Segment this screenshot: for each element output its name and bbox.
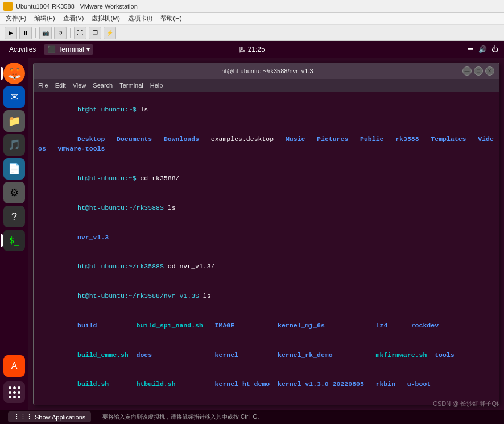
ubuntu-dock: 🦊 ✉ 📁 🎵 📄 ⚙ ? $_ bbox=[0, 58, 28, 410]
toolbar-play[interactable]: ▶ bbox=[5, 27, 17, 39]
apps-grid-icon bbox=[9, 386, 20, 398]
activities-button[interactable]: Activities bbox=[6, 44, 39, 55]
terminal-maximize-btn[interactable]: □ bbox=[474, 66, 483, 76]
terminal-line-8: build build_spi_nand.sh IMAGE kernel_mj_… bbox=[38, 311, 494, 340]
vmware-menubar: 文件(F) 编辑(E) 查看(V) 虚拟机(M) 选项卡(I) 帮助(H) bbox=[0, 13, 504, 25]
menu-view[interactable]: 查看(V) bbox=[60, 13, 88, 24]
bottom-bar: ⋮⋮⋮ Show Applications 要将输入定向到该虚拟机，请将鼠标指针… bbox=[0, 410, 504, 424]
sidebar-icon-firefox[interactable]: 🦊 bbox=[3, 63, 25, 84]
terminal-menu-view[interactable]: View bbox=[73, 82, 86, 89]
sidebar-icon-files[interactable]: 📁 bbox=[3, 110, 25, 132]
toolbar-usb[interactable]: ⚡ bbox=[104, 27, 116, 39]
volume-icon[interactable]: 🔊 bbox=[478, 45, 487, 53]
terminal-menu-button[interactable]: ⬛ Terminal ▾ bbox=[44, 44, 93, 55]
vmware-toolbar: ▶ ⏸ 📷 ↺ ⛶ ❐ ⚡ bbox=[0, 25, 504, 41]
menu-vm[interactable]: 虚拟机(M) bbox=[88, 13, 123, 24]
toolbar-unity[interactable]: ❐ bbox=[89, 27, 101, 39]
ubuntu-topbar: Activities ⬛ Terminal ▾ 四 21:25 ⛿ 🔊 ⏻ bbox=[0, 41, 504, 58]
sidebar-icon-libreoffice[interactable]: 📄 bbox=[3, 158, 25, 180]
network-icon[interactable]: ⛿ bbox=[467, 45, 474, 53]
show-applications-label: Show Applications bbox=[35, 414, 85, 421]
terminal-line-3: ht@ht-ubuntu:~$ cd rk3588/ bbox=[38, 164, 494, 193]
terminal-line-2: Desktop Documents Downloads examples.des… bbox=[38, 124, 494, 164]
terminal-line-4: ht@ht-ubuntu:~/rk3588$ ls bbox=[38, 193, 494, 223]
terminal-menu-edit[interactable]: Edit bbox=[55, 82, 66, 89]
sidebar-icon-software[interactable]: A bbox=[3, 355, 25, 377]
terminal-minimize-btn[interactable]: — bbox=[462, 66, 472, 76]
sidebar-icon-terminal[interactable]: $_ bbox=[3, 230, 25, 251]
terminal-menu-file[interactable]: File bbox=[38, 82, 48, 89]
power-icon[interactable]: ⏻ bbox=[491, 45, 498, 53]
toolbar-revert[interactable]: ↺ bbox=[54, 27, 67, 39]
toolbar-fullscreen[interactable]: ⛶ bbox=[74, 27, 86, 39]
vmware-icon bbox=[3, 2, 13, 11]
sidebar-icon-thunderbird[interactable]: ✉ bbox=[3, 86, 25, 108]
terminal-line-9: build_emmc.sh docs kernel kernel_rk_demo… bbox=[38, 340, 494, 369]
sidebar-icon-rhythmbox[interactable]: 🎵 bbox=[3, 134, 25, 156]
menu-file[interactable]: 文件(F) bbox=[2, 13, 30, 24]
toolbar-sep1 bbox=[35, 28, 36, 38]
topbar-left: Activities ⬛ Terminal ▾ bbox=[6, 44, 467, 55]
terminal-close-btn[interactable]: ✕ bbox=[485, 66, 494, 76]
terminal-window: ht@ht-ubuntu: ~/rk3588/nvr_v1.3 — □ ✕ Fi… bbox=[33, 63, 499, 405]
terminal-titlebar: ht@ht-ubuntu: ~/rk3588/nvr_v1.3 — □ ✕ bbox=[34, 63, 499, 79]
menu-tabs[interactable]: 选项卡(I) bbox=[125, 13, 156, 24]
terminal-menu-search[interactable]: Search bbox=[93, 82, 113, 89]
toolbar-sep2 bbox=[70, 28, 71, 38]
topbar-right: ⛿ 🔊 ⏻ bbox=[467, 45, 498, 53]
sidebar-icon-settings[interactable]: ⚙ bbox=[3, 182, 25, 203]
terminal-menu-terminal[interactable]: Terminal bbox=[119, 82, 143, 89]
topbar-clock: 四 21:25 bbox=[239, 45, 265, 55]
show-apps-icon[interactable] bbox=[3, 381, 25, 403]
terminal-arrow: ▾ bbox=[86, 45, 90, 53]
terminal-menubar: File Edit View Search Terminal Help bbox=[34, 79, 499, 92]
vmware-titlebar: Ubuntu1804 RK3588 - VMware Workstation bbox=[0, 0, 504, 13]
terminal-icon: ⬛ bbox=[47, 45, 56, 53]
terminal-line-5: nvr_v1.3 bbox=[38, 222, 494, 252]
watermark: CSDN @ 长沙红胖子Qt bbox=[433, 400, 498, 408]
terminal-line-11: ht@ht-ubuntu:~/rk3588/nvr_v1.3$ uname -a bbox=[38, 399, 494, 405]
toolbar-pause[interactable]: ⏸ bbox=[19, 27, 32, 39]
terminal-line-1: ht@ht-ubuntu:~$ ls bbox=[38, 95, 494, 124]
sidebar-icon-help[interactable]: ? bbox=[3, 206, 25, 227]
menu-help[interactable]: 帮助(H) bbox=[157, 13, 185, 24]
terminal-window-title: ht@ht-ubuntu: ~/rk3588/nvr_v1.3 bbox=[72, 68, 462, 74]
sidebar-bottom: A bbox=[3, 355, 25, 405]
terminal-line-7: ht@ht-ubuntu:~/rk3588/nvr_v1.3$ ls bbox=[38, 281, 494, 311]
show-apps-grid-icon: ⋮⋮⋮ bbox=[14, 413, 32, 421]
menu-edit[interactable]: 编辑(E) bbox=[31, 13, 59, 24]
toolbar-snapshot[interactable]: 📷 bbox=[39, 27, 52, 39]
bottom-hint: 要将输入定向到该虚拟机，请将鼠标指针移入其中或按 Ctrl+G。 bbox=[102, 413, 498, 421]
terminal-label: Terminal bbox=[58, 45, 84, 53]
show-applications-button[interactable]: ⋮⋮⋮ Show Applications bbox=[8, 411, 91, 422]
terminal-line-10: build.sh htbuild.sh kernel_ht_demo kerne… bbox=[38, 369, 494, 399]
terminal-menu-help[interactable]: Help bbox=[150, 82, 163, 89]
vmware-title: Ubuntu1804 RK3588 - VMware Workstation bbox=[16, 3, 138, 10]
terminal-window-controls: — □ ✕ bbox=[462, 66, 494, 76]
terminal-container: ht@ht-ubuntu: ~/rk3588/nvr_v1.3 — □ ✕ Fi… bbox=[28, 58, 504, 410]
terminal-line-6: ht@ht-ubuntu:~/rk3588$ cd nvr_v1.3/ bbox=[38, 252, 494, 281]
main-area: 🦊 ✉ 📁 🎵 📄 ⚙ ? $_ bbox=[0, 58, 504, 410]
terminal-body[interactable]: ht@ht-ubuntu:~$ ls Desktop Documents Dow… bbox=[34, 92, 499, 405]
